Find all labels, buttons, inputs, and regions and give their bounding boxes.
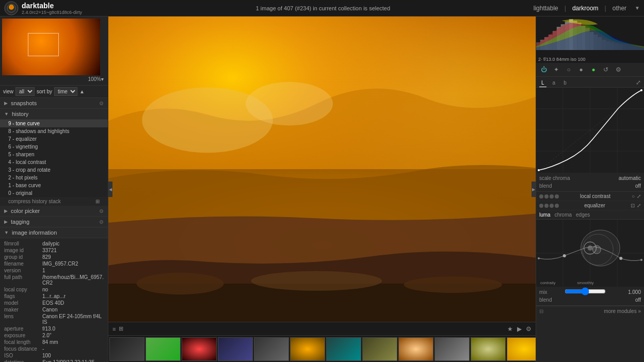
color-picker-gear-icon[interactable]: ⚙ bbox=[99, 208, 104, 214]
blend-value[interactable]: off bbox=[635, 183, 641, 189]
filmstrip-thumb-9[interactable] bbox=[398, 337, 433, 361]
filmstrip-thumb-6[interactable] bbox=[290, 337, 325, 361]
center-panel: ≡ ⊞ ★ ▶ ⚙ bbox=[108, 17, 536, 362]
nav-other[interactable]: other bbox=[613, 5, 626, 12]
history-item-4[interactable]: 4 - local contrast bbox=[0, 158, 108, 166]
collection-status: 1 image of 407 (#234) in current collect… bbox=[256, 5, 390, 11]
collapse-modules-icon[interactable]: ⊟ bbox=[539, 308, 543, 314]
local-contrast-expand-icon[interactable]: ⤢ bbox=[637, 193, 641, 199]
grid-icon[interactable]: ⊞ bbox=[119, 325, 123, 332]
tone-curve-tabs: L a b ⤢ bbox=[536, 77, 644, 88]
equalizer-expand-icon[interactable]: ⤢ bbox=[637, 203, 641, 208]
thumbnail-focus-box bbox=[28, 33, 59, 56]
compress-icon: ⊞ bbox=[95, 199, 100, 204]
tagging-gear-icon[interactable]: ⚙ bbox=[99, 219, 104, 225]
left-panel-toggle[interactable]: ◀ bbox=[108, 182, 112, 197]
mix-value[interactable]: 1.000 bbox=[623, 289, 641, 295]
eq-blend-value[interactable]: off bbox=[635, 297, 641, 303]
history-item-3[interactable]: 3 - crop and rotate bbox=[0, 166, 108, 174]
compress-history-btn[interactable]: compress history stack ⊞ bbox=[0, 197, 108, 206]
view-select[interactable]: all bbox=[15, 87, 35, 96]
refresh-icon[interactable]: ↺ bbox=[601, 65, 610, 74]
filmstrip-thumb-3[interactable] bbox=[182, 337, 217, 361]
green-circle-icon[interactable]: ● bbox=[589, 65, 598, 74]
star-icon[interactable]: ✦ bbox=[552, 65, 561, 74]
nav-lighttable[interactable]: lighttable bbox=[534, 5, 558, 12]
scale-value[interactable]: automatic bbox=[619, 175, 641, 181]
svg-point-4 bbox=[10, 6, 13, 9]
color-picker-title: color picker bbox=[11, 208, 99, 214]
image-overlay-svg bbox=[108, 17, 536, 322]
app-name: darktable bbox=[22, 2, 82, 10]
history-item-0[interactable]: 0 - original bbox=[0, 189, 108, 197]
eq-tab-edges[interactable]: edges bbox=[576, 212, 590, 218]
focal-label: focal length bbox=[4, 339, 40, 345]
circle-icon[interactable]: ○ bbox=[564, 65, 573, 74]
tab-b[interactable]: b bbox=[561, 79, 569, 87]
group-id-value: 829 bbox=[42, 254, 51, 260]
tagging-header[interactable]: ▶ tagging ⚙ bbox=[0, 217, 108, 227]
filmstrip-thumb-5[interactable] bbox=[254, 337, 289, 361]
snapshots-gear-icon[interactable]: ⚙ bbox=[99, 101, 104, 106]
tone-curve-canvas[interactable] bbox=[536, 88, 644, 173]
history-item-9[interactable]: 9 - tone curve bbox=[0, 120, 108, 127]
filmstrip-thumb-2[interactable] bbox=[146, 337, 181, 361]
tab-expand-icon[interactable]: ⤢ bbox=[636, 79, 641, 87]
play-icon[interactable]: ▶ bbox=[517, 325, 522, 333]
tab-a[interactable]: a bbox=[551, 79, 558, 87]
info-row-iso: ISO 100 bbox=[4, 352, 104, 359]
filmstrip-thumb-11[interactable] bbox=[471, 337, 506, 361]
history-header[interactable]: ▼ history bbox=[0, 109, 108, 120]
color-picker-header[interactable]: ▶ color picker ⚙ bbox=[0, 206, 108, 217]
more-modules-btn[interactable]: more modules » bbox=[545, 308, 641, 314]
right-panel-toggle[interactable]: ▶ bbox=[532, 182, 536, 197]
filmstrip-thumb-8[interactable] bbox=[362, 337, 397, 361]
info-row-maker: maker Canon bbox=[4, 306, 104, 313]
power-icon[interactable]: ⏻ bbox=[539, 65, 549, 74]
aperture-label: aperture bbox=[4, 326, 40, 332]
history-item-1[interactable]: 1 - base curve bbox=[0, 182, 108, 189]
eq-tab-luma[interactable]: luma bbox=[539, 212, 551, 218]
preview-thumbnail[interactable] bbox=[2, 19, 100, 75]
sort-select[interactable]: time bbox=[54, 87, 77, 96]
zoom-level[interactable]: 100%▾ bbox=[2, 75, 106, 83]
main-image[interactable] bbox=[108, 17, 536, 322]
view-mode-icons: ⏻ ✦ ○ ● ● ↺ ⚙ bbox=[536, 63, 644, 77]
separator-2: | bbox=[605, 5, 606, 12]
history-item-7[interactable]: 7 - equalizer bbox=[0, 135, 108, 143]
image-info-header[interactable]: ▼ image information bbox=[0, 227, 108, 238]
filmroll-label: filmroll bbox=[4, 241, 40, 246]
history-item-8[interactable]: 8 - shadows and highlights bbox=[0, 127, 108, 135]
tab-L[interactable]: L bbox=[539, 79, 546, 87]
equalizer-canvas[interactable]: contraily smoothly bbox=[536, 220, 644, 287]
sort-label: sort by bbox=[37, 89, 52, 94]
history-item-2[interactable]: 2 - hot pixels bbox=[0, 174, 108, 182]
sort-direction[interactable]: ▲ bbox=[79, 89, 85, 94]
nav-darkroom[interactable]: darkroom bbox=[572, 5, 599, 12]
circle-filled-icon[interactable]: ● bbox=[576, 65, 586, 74]
tone-curve-svg bbox=[536, 88, 644, 173]
history-item-6[interactable]: 6 - vignetting bbox=[0, 143, 108, 151]
eq-tab-chroma[interactable]: chroma bbox=[555, 212, 572, 218]
model-label: model bbox=[4, 300, 40, 306]
equalizer-icon[interactable]: ⊡ bbox=[631, 203, 635, 208]
settings-icon[interactable]: ⚙ bbox=[526, 325, 532, 333]
view-dropdown-arrow[interactable]: ▼ bbox=[635, 5, 640, 11]
filmstrip-thumb-12[interactable] bbox=[507, 337, 536, 361]
history-item-5[interactable]: 5 - sharpen bbox=[0, 151, 108, 158]
mix-slider[interactable] bbox=[565, 289, 606, 293]
local-contrast-circle-icon[interactable]: ○ bbox=[632, 193, 635, 199]
filmstrip-thumb-10[interactable] bbox=[434, 337, 470, 361]
info-row-group-id: group id 829 bbox=[4, 254, 104, 260]
snapshots-header[interactable]: ▶ snapshots ⚙ bbox=[0, 98, 108, 109]
info-row-image-id: image id 33721 bbox=[4, 247, 104, 254]
filmstrip-thumb-7[interactable] bbox=[326, 337, 361, 361]
filmstrip-toggle-icon[interactable]: ≡ bbox=[112, 326, 116, 332]
filmstrip-thumb-4[interactable] bbox=[218, 337, 253, 361]
info-row-focus: focus distance - bbox=[4, 345, 104, 352]
star-icon[interactable]: ★ bbox=[507, 325, 513, 333]
svg-point-10 bbox=[251, 271, 382, 291]
filmstrip-thumb-1[interactable] bbox=[109, 337, 144, 361]
main-image-area[interactable] bbox=[108, 17, 536, 322]
settings-right-icon[interactable]: ⚙ bbox=[614, 65, 623, 74]
